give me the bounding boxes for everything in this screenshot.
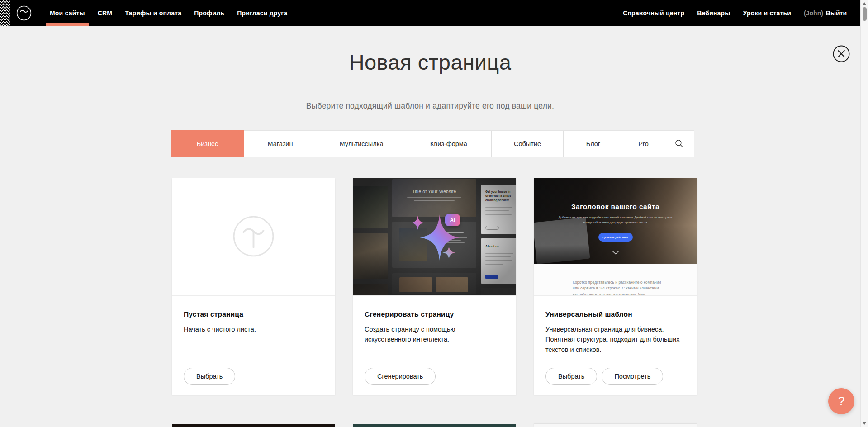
scroll-down-arrow-icon[interactable] [863,422,866,425]
nav-item-label: Тарифы и оплата [125,9,181,17]
scroll-up-arrow-icon[interactable] [863,2,866,5]
page-subtitle: Выберите подходящий шаблон и адаптируйте… [0,101,860,111]
universal-template-preview: Заголовок вашего сайта Добавьте интересн… [534,178,697,296]
nav-item-crm[interactable]: CRM [91,0,119,26]
preview-hero: Заголовок вашего сайта Добавьте интересн… [534,178,697,264]
preview-hero-subtitle: Добавьте интересные подробности о вашей … [556,215,675,225]
nav-item-my-sites[interactable]: Мои сайты [43,0,91,26]
tab-multilink[interactable]: Мультиссылка [317,131,406,157]
card-body: Универсальный шаблон Универсальная стран… [534,296,697,394]
page-title: Новая страница [0,50,860,75]
top-navbar: Мои сайты CRM Тарифы и оплата Профиль Пр… [0,0,860,26]
tab-business[interactable]: Бизнес [171,131,244,157]
card-title: Универсальный шаблон [545,310,685,318]
nav-item-profile[interactable]: Профиль [188,0,231,26]
tab-label: Блог [586,140,600,147]
user-name: (John) [804,9,823,17]
template-category-tabs: Бизнес Магазин Мультиссылка Квиз-форма С… [171,131,694,157]
next-row-card-preview[interactable] [534,424,697,427]
blank-page-preview [172,178,335,296]
ai-sparkles-icon [353,178,516,294]
preview-cta-button: Целевое действие [598,233,633,242]
nav-item-label: Профиль [194,9,224,17]
next-row-card-preview[interactable] [353,424,516,427]
card-description: Универсальная страница для бизнеса. Поня… [545,324,681,355]
card-title: Сгенерировать страницу [365,310,504,318]
chevron-down-icon [612,251,619,255]
nav-item-label: Вебинары [697,9,730,17]
nav-item-help-center[interactable]: Справочный центр [617,0,691,26]
nav-item-webinars[interactable]: Вебинары [691,0,736,26]
card-body: Сгенерировать страницу Создать страницу … [353,296,516,394]
card-actions: Выбрать [184,368,235,385]
ai-generate-preview: Title of Your Website Get your house in … [353,178,516,296]
scrollbar[interactable] [860,0,868,427]
active-tab-underline [46,23,89,26]
ai-badge: AI [445,214,460,226]
nav-item-label: Уроки и статьи [743,9,792,17]
nav-item-label: Мои сайты [50,9,85,17]
card-title: Пустая страница [184,310,323,318]
nav-item-invite-friend[interactable]: Пригласи друга [231,0,294,26]
card-actions: Сгенерировать [365,368,436,385]
nav-item-label: Пригласи друга [237,9,287,17]
nav-menu-right: Справочный центр Вебинары Уроки и статьи… [617,0,860,26]
tab-label: Pro [638,140,649,147]
select-button[interactable]: Выбрать [184,368,235,385]
template-card-universal[interactable]: Заголовок вашего сайта Добавьте интересн… [534,178,697,395]
search-icon [675,139,683,148]
preview-body-text: Коротко представьтесь и расскажите о ком… [573,280,661,296]
nav-item-tariffs[interactable]: Тарифы и оплата [119,0,188,26]
zigzag-pattern-decoration [0,0,10,26]
preview-hero-title: Заголовок вашего сайта [534,203,697,211]
tab-shop[interactable]: Магазин [244,131,317,157]
card-description: Начать с чистого листа. [184,324,319,334]
tab-label: Квиз-форма [430,140,467,147]
scrollbar-thumb[interactable] [863,7,867,21]
tab-label: Событие [514,140,541,147]
nav-item-lessons[interactable]: Уроки и статьи [737,0,798,26]
tab-pro[interactable]: Pro [623,131,664,157]
tab-label: Мультиссылка [340,140,384,147]
card-body: Пустая страница Начать с чистого листа. … [172,296,335,394]
nav-menu-left: Мои сайты CRM Тарифы и оплата Профиль Пр… [43,0,294,26]
tab-label: Бизнес [197,140,218,147]
generate-button[interactable]: Сгенерировать [365,368,436,385]
tab-event[interactable]: Событие [492,131,564,157]
next-row-card-preview[interactable] [172,424,335,427]
template-card-ai-generate[interactable]: Title of Your Website Get your house in … [353,178,516,395]
template-card-blank-page[interactable]: Пустая страница Начать с чистого листа. … [172,178,335,395]
tab-quiz-form[interactable]: Квиз-форма [406,131,492,157]
nav-item-label: CRM [98,9,112,17]
card-actions: Выбрать Посмотреть [545,368,663,385]
tab-blog[interactable]: Блог [564,131,623,157]
preview-body-section: Коротко представьтесь и расскажите о ком… [534,264,697,296]
help-button[interactable]: ? [828,388,854,414]
logout-link[interactable]: Выйти [826,9,847,17]
card-description: Создать страницу с помощью искусственног… [365,324,500,345]
tab-label: Магазин [268,140,293,147]
select-button[interactable]: Выбрать [545,368,597,385]
tilda-logo[interactable] [16,5,32,21]
nav-item-label: Справочный центр [623,9,684,17]
tab-search[interactable] [664,131,694,157]
nav-user-logout[interactable]: (John) Выйти [797,0,853,26]
preview-button[interactable]: Посмотреть [602,368,663,385]
tilda-watermark-icon [232,215,275,257]
